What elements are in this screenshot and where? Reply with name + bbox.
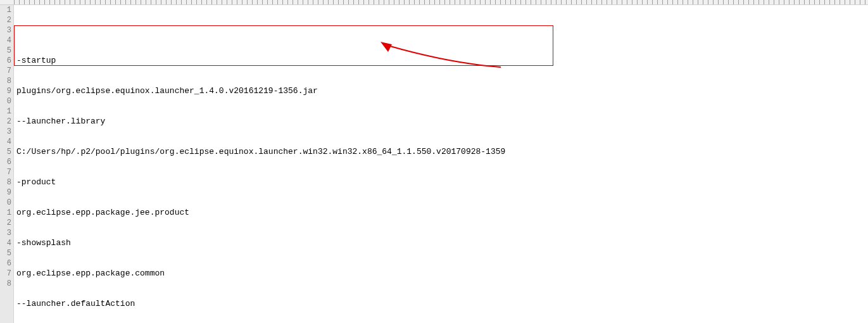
code-text: -product <box>16 177 56 187</box>
line-number: 6 <box>0 56 11 66</box>
line-number: 8 <box>0 279 11 289</box>
line-number: 5 <box>0 46 11 56</box>
code-text: org.eclipse.epp.package.common <box>16 269 165 278</box>
line-number: 4 <box>0 35 11 46</box>
code-text: --launcher.defaultAction <box>16 299 135 308</box>
line-number: 6 <box>0 157 11 167</box>
svg-marker-0 <box>381 42 392 52</box>
code-line[interactable]: org.eclipse.epp.package.common <box>16 269 868 279</box>
code-text: plugins/org.eclipse.equinox.launcher_1.4… <box>16 86 318 96</box>
code-text: org.eclipse.epp.package.jee.product <box>16 208 189 217</box>
code-text: --launcher.library <box>16 117 105 126</box>
code-line[interactable]: -showsplash <box>16 238 868 248</box>
code-text: -showsplash <box>16 238 71 248</box>
line-number: 5 <box>0 147 11 157</box>
line-number: 6 <box>0 258 11 269</box>
line-number: 9 <box>0 187 11 198</box>
line-number: 3 <box>0 127 11 137</box>
line-number: 7 <box>0 269 11 279</box>
line-number: 9 <box>0 86 11 96</box>
line-number: 1 <box>0 5 11 15</box>
code-line[interactable]: --launcher.defaultAction <box>16 299 868 309</box>
ruler-ticks <box>14 0 868 5</box>
line-number: 2 <box>0 218 11 228</box>
line-number: 1 <box>0 106 11 117</box>
code-line[interactable]: -startup <box>16 56 868 66</box>
line-number: 4 <box>0 238 11 248</box>
code-line[interactable]: org.eclipse.epp.package.jee.product <box>16 208 868 218</box>
code-content[interactable]: -startup plugins/org.eclipse.equinox.lau… <box>14 5 868 323</box>
code-line[interactable]: --launcher.library <box>16 117 868 127</box>
line-number: 3 <box>0 228 11 238</box>
line-number: 2 <box>0 117 11 127</box>
code-line[interactable]: -product <box>16 177 868 187</box>
line-number-gutter: 1 2 3 4 5 6 7 8 9 0 1 2 3 4 5 6 7 8 9 0 … <box>0 5 14 323</box>
code-line[interactable]: C:/Users/hp/.p2/pool/plugins/org.eclipse… <box>16 147 868 157</box>
line-number: 0 <box>0 96 11 106</box>
line-number: 5 <box>0 248 11 258</box>
editor-ruler <box>0 0 868 5</box>
line-number: 8 <box>0 177 11 187</box>
code-line[interactable]: plugins/org.eclipse.equinox.launcher_1.4… <box>16 86 868 96</box>
line-number: 7 <box>0 66 11 76</box>
line-number: 1 <box>0 208 11 218</box>
line-number: 0 <box>0 198 11 208</box>
line-number: 2 <box>0 15 11 25</box>
red-arrow-annotation <box>351 32 471 57</box>
line-number: 7 <box>0 167 11 177</box>
line-number: 8 <box>0 76 11 86</box>
code-text: C:/Users/hp/.p2/pool/plugins/org.eclipse… <box>16 147 505 156</box>
editor-area[interactable]: 1 2 3 4 5 6 7 8 9 0 1 2 3 4 5 6 7 8 9 0 … <box>0 5 868 323</box>
line-number: 3 <box>0 25 11 35</box>
code-text: -startup <box>16 56 56 65</box>
line-number: 4 <box>0 137 11 147</box>
